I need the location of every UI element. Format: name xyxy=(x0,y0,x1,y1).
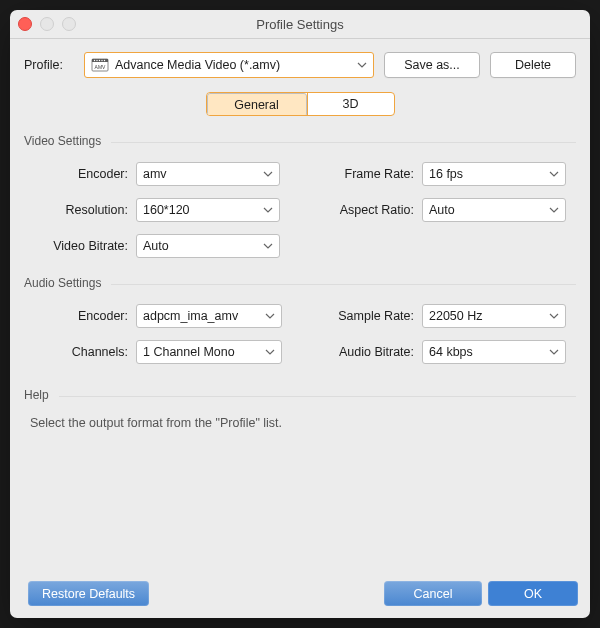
aspect-ratio-select[interactable]: Auto xyxy=(422,198,566,222)
video-encoder-select[interactable]: amv xyxy=(136,162,280,186)
svg-point-5 xyxy=(101,60,102,61)
ok-button[interactable]: OK xyxy=(488,581,578,606)
frame-rate-label: Frame Rate: xyxy=(314,167,414,181)
channels-select[interactable]: 1 Channel Mono xyxy=(136,340,282,364)
channels-label: Channels: xyxy=(28,345,128,359)
tab-general-label: General xyxy=(234,98,278,112)
aspect-ratio-label: Aspect Ratio: xyxy=(314,203,414,217)
audio-encoder-value: adpcm_ima_amv xyxy=(143,309,265,323)
chevron-down-icon xyxy=(549,349,559,355)
delete-label: Delete xyxy=(515,58,551,72)
frame-rate-value: 16 fps xyxy=(429,167,549,181)
maximize-icon[interactable] xyxy=(62,17,76,31)
chevron-down-icon xyxy=(263,171,273,177)
tab-3d[interactable]: 3D xyxy=(307,93,394,115)
video-settings-header: Video Settings xyxy=(24,134,101,148)
sample-rate-value: 22050 Hz xyxy=(429,309,549,323)
audio-bitrate-select[interactable]: 64 kbps xyxy=(422,340,566,364)
close-icon[interactable] xyxy=(18,17,32,31)
profile-value: Advance Media Video (*.amv) xyxy=(115,58,357,72)
window-title: Profile Settings xyxy=(10,17,590,32)
resolution-value: 160*120 xyxy=(143,203,263,217)
help-header: Help xyxy=(24,388,49,402)
audio-bitrate-label: Audio Bitrate: xyxy=(314,345,414,359)
chevron-down-icon xyxy=(265,349,275,355)
divider xyxy=(111,142,576,143)
aspect-ratio-value: Auto xyxy=(429,203,549,217)
video-bitrate-value: Auto xyxy=(143,239,263,253)
profile-label: Profile: xyxy=(24,58,74,72)
video-bitrate-label: Video Bitrate: xyxy=(28,239,128,253)
window-controls xyxy=(18,17,76,31)
sample-rate-select[interactable]: 22050 Hz xyxy=(422,304,566,328)
save-as-label: Save as... xyxy=(404,58,460,72)
tab-general[interactable]: General xyxy=(207,93,307,116)
video-bitrate-select[interactable]: Auto xyxy=(136,234,280,258)
help-text: Select the output format from the "Profi… xyxy=(24,416,576,430)
video-encoder-label: Encoder: xyxy=(28,167,128,181)
cancel-button[interactable]: Cancel xyxy=(384,581,482,606)
profile-select[interactable]: AMV Advance Media Video (*.amv) xyxy=(84,52,374,78)
minimize-icon[interactable] xyxy=(40,17,54,31)
svg-text:AMV: AMV xyxy=(95,64,107,70)
titlebar: Profile Settings xyxy=(10,10,590,39)
chevron-down-icon xyxy=(549,171,559,177)
channels-value: 1 Channel Mono xyxy=(143,345,265,359)
tab-3d-label: 3D xyxy=(343,97,359,111)
divider xyxy=(111,284,576,285)
audio-encoder-label: Encoder: xyxy=(28,309,128,323)
amv-format-icon: AMV xyxy=(91,58,109,72)
resolution-select[interactable]: 160*120 xyxy=(136,198,280,222)
restore-defaults-label: Restore Defaults xyxy=(42,587,135,601)
save-as-button[interactable]: Save as... xyxy=(384,52,480,78)
cancel-label: Cancel xyxy=(414,587,453,601)
ok-label: OK xyxy=(524,587,542,601)
svg-point-2 xyxy=(94,60,95,61)
svg-point-6 xyxy=(104,60,105,61)
divider xyxy=(59,396,576,397)
svg-point-4 xyxy=(99,60,100,61)
video-encoder-value: amv xyxy=(143,167,263,181)
sample-rate-label: Sample Rate: xyxy=(314,309,414,323)
audio-settings-header: Audio Settings xyxy=(24,276,101,290)
chevron-down-icon xyxy=(357,62,367,68)
profile-settings-window: Profile Settings Profile: xyxy=(10,10,590,618)
chevron-down-icon xyxy=(549,207,559,213)
chevron-down-icon xyxy=(549,313,559,319)
tabs: General 3D xyxy=(206,92,395,116)
chevron-down-icon xyxy=(263,243,273,249)
chevron-down-icon xyxy=(263,207,273,213)
delete-button[interactable]: Delete xyxy=(490,52,576,78)
audio-encoder-select[interactable]: adpcm_ima_amv xyxy=(136,304,282,328)
resolution-label: Resolution: xyxy=(28,203,128,217)
audio-bitrate-value: 64 kbps xyxy=(429,345,549,359)
frame-rate-select[interactable]: 16 fps xyxy=(422,162,566,186)
svg-point-3 xyxy=(96,60,97,61)
chevron-down-icon xyxy=(265,313,275,319)
footer: Restore Defaults Cancel OK xyxy=(10,581,590,618)
restore-defaults-button[interactable]: Restore Defaults xyxy=(28,581,149,606)
